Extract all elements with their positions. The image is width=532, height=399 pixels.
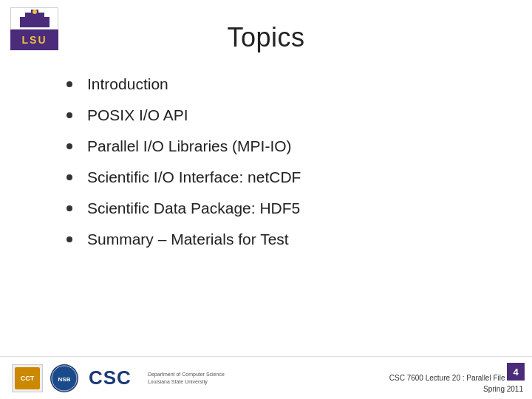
list-item: Summary – Materials for Test <box>66 231 488 248</box>
page-number: 4 <box>507 363 525 381</box>
semester-text: Spring 2011 <box>483 385 523 393</box>
footer-logos: CCT NSB CSC Department of Computer Scien… <box>12 364 225 392</box>
bullet-dot <box>66 81 72 87</box>
bullet-dot <box>66 174 72 180</box>
dept-text: Department of Computer Science Louisiana… <box>148 371 225 386</box>
svg-text:CCT: CCT <box>21 375 35 382</box>
lsu-logo-top <box>10 7 58 30</box>
list-item: Parallel I/O Libraries (MPI-IO) <box>66 137 488 155</box>
lecture-text: CSC 7600 Lecture 20 : Parallel File I/O … <box>389 374 523 382</box>
list-item: Introduction <box>66 75 488 93</box>
item-text: Scientific Data Package: HDF5 <box>87 200 300 217</box>
svg-point-4 <box>33 10 37 14</box>
title-area: Topics <box>15 12 517 53</box>
bullet-dot <box>66 236 72 242</box>
slide: LSU Topics Introduction POSIX I/O API Pa… <box>0 0 532 399</box>
item-text: Summary – Materials for Test <box>87 231 289 248</box>
svg-text:NSB: NSB <box>58 376 71 383</box>
bullet-dot <box>66 143 72 149</box>
bullet-dot <box>66 205 72 211</box>
list-item: POSIX I/O API <box>66 106 488 124</box>
svg-rect-0 <box>20 17 50 27</box>
slide-title: Topics <box>15 22 517 53</box>
bullet-list: Introduction POSIX I/O API Parallel I/O … <box>66 75 488 262</box>
csc-logo: CSC <box>89 366 132 389</box>
nsb-logo: NSB <box>50 364 78 392</box>
item-text: Parallel I/O Libraries (MPI-IO) <box>87 137 292 155</box>
item-text: Introduction <box>87 75 168 93</box>
list-item: Scientific Data Package: HDF5 <box>66 200 488 217</box>
lsu-text: LSU <box>10 30 58 50</box>
slide-footer: CCT NSB CSC Department of Computer Scien… <box>0 356 532 399</box>
cct-logo: CCT <box>12 364 43 392</box>
slide-content: Introduction POSIX I/O API Parallel I/O … <box>0 53 532 356</box>
bullet-dot <box>66 112 72 118</box>
lecture-info: CSC 7600 Lecture 20 : Parallel File I/O … <box>389 372 523 395</box>
item-text: Scientific I/O Interface: netCDF <box>87 168 301 186</box>
logo-area: LSU <box>10 7 62 59</box>
slide-header: LSU Topics <box>0 0 532 53</box>
footer-right: CSC 7600 Lecture 20 : Parallel File I/O … <box>389 372 523 395</box>
item-text: POSIX I/O API <box>87 106 188 124</box>
lsu-logo: LSU <box>10 7 58 55</box>
list-item: Scientific I/O Interface: netCDF <box>66 168 488 186</box>
